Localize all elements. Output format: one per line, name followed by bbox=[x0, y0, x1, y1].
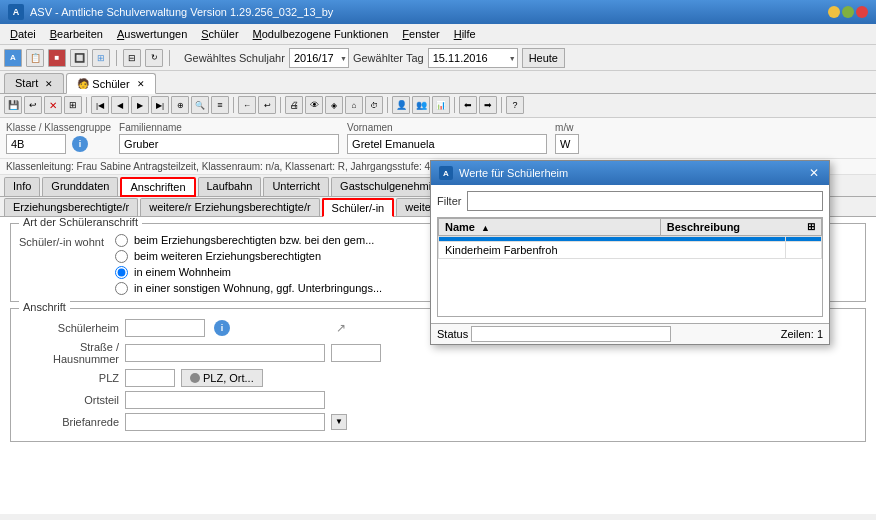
tb2-search[interactable]: 🔍 bbox=[191, 96, 209, 114]
tb2-refresh[interactable]: ⊞ bbox=[64, 96, 82, 114]
klassenleitung-text: Klassenleitung: Frau Sabine Antragsteilz… bbox=[6, 161, 430, 172]
title-text: ASV - Amtliche Schulverwaltung Version 1… bbox=[30, 6, 822, 18]
tab-start-close[interactable]: ✕ bbox=[45, 79, 53, 89]
toolbar-icon-3[interactable]: ■ bbox=[48, 49, 66, 67]
radio-sonstige: in einer sonstigen Wohnung, ggf. Unterbr… bbox=[115, 282, 382, 295]
tb2-delete[interactable]: ✕ bbox=[44, 96, 62, 114]
radio-erziehungsb-input[interactable] bbox=[115, 234, 128, 247]
schuljahr-select[interactable]: 2016/17 bbox=[289, 48, 349, 68]
strasse-input[interactable] bbox=[125, 344, 325, 362]
toolbar-secondary: 💾 ↩ ✕ ⊞ |◀ ◀ ▶ ▶| ⊕ 🔍 ≡ ← ↩ 🖨 👁 ◈ ⌂ ⏱ 👤 … bbox=[0, 94, 876, 118]
subtab-unterricht[interactable]: Unterricht bbox=[263, 177, 329, 196]
toolbar-icon-4[interactable]: 🔲 bbox=[70, 49, 88, 67]
ortsteil-row: Ortsteil bbox=[19, 391, 857, 409]
klasse-input[interactable] bbox=[6, 134, 66, 154]
minimize-btn[interactable] bbox=[828, 6, 840, 18]
heute-button[interactable]: Heute bbox=[522, 48, 565, 68]
ort-button[interactable]: PLZ, Ort... bbox=[181, 369, 263, 387]
tag-select-wrapper: 15.11.2016 bbox=[428, 48, 518, 68]
tb2-help[interactable]: ? bbox=[506, 96, 524, 114]
tb2-first[interactable]: |◀ bbox=[91, 96, 109, 114]
ortsteil-input[interactable] bbox=[125, 391, 325, 409]
briefanrede-input[interactable] bbox=[125, 413, 325, 431]
subsubtab-erzieh1-label: Erziehungsberechtigte/r bbox=[13, 201, 129, 213]
tab-schueler[interactable]: 🧑 Schüler ✕ bbox=[66, 73, 155, 94]
menu-hilfe[interactable]: Hilfe bbox=[448, 26, 482, 42]
tb2-icon-b[interactable]: ↩ bbox=[258, 96, 276, 114]
subtab-laufbahn[interactable]: Laufbahn bbox=[198, 177, 262, 196]
toolbar-icon-2[interactable]: 📋 bbox=[26, 49, 44, 67]
table-row-kinderheim[interactable]: Kinderheim Farbenfroh bbox=[439, 242, 822, 259]
row-kinderheim-beschreibung bbox=[786, 242, 822, 259]
th-settings-icon[interactable]: ⊞ bbox=[807, 221, 815, 232]
menu-modulbezogene[interactable]: Modulbezogene Funktionen bbox=[247, 26, 395, 42]
tb2-arrow-left[interactable]: ⬅ bbox=[459, 96, 477, 114]
tb2-arrow-right[interactable]: ➡ bbox=[479, 96, 497, 114]
modal-status-input[interactable] bbox=[471, 326, 671, 342]
familienname-group: Familienname bbox=[119, 122, 339, 154]
toolbar-icon-7[interactable]: ↻ bbox=[145, 49, 163, 67]
radio-wohnheim-input[interactable] bbox=[115, 266, 128, 279]
schuelerheim-label: Schülerheim bbox=[19, 322, 119, 334]
tb2-icon-a[interactable]: ← bbox=[238, 96, 256, 114]
tab-schueler-label: Schüler bbox=[92, 78, 129, 90]
menu-bearbeiten[interactable]: Bearbeiten bbox=[44, 26, 109, 42]
klasse-label: Klasse / Klassengruppe bbox=[6, 122, 111, 133]
klasse-group: Klasse / Klassengruppe i bbox=[6, 122, 111, 154]
modal-filter-input[interactable] bbox=[467, 191, 823, 211]
tb2-last[interactable]: ▶| bbox=[151, 96, 169, 114]
tb2-user2[interactable]: 👥 bbox=[412, 96, 430, 114]
modal-close-button[interactable]: ✕ bbox=[807, 166, 821, 180]
tb2-user1[interactable]: 👤 bbox=[392, 96, 410, 114]
radio-sonstige-input[interactable] bbox=[115, 282, 128, 295]
briefanrede-dropdown[interactable]: ▼ bbox=[331, 414, 347, 430]
tb2-icon-e[interactable]: ⏱ bbox=[365, 96, 383, 114]
tb2-print[interactable]: 🖨 bbox=[285, 96, 303, 114]
subsubtab-schueler[interactable]: Schüler/-in bbox=[322, 198, 395, 217]
subtab-anschriften[interactable]: Anschriften bbox=[120, 177, 195, 197]
tb2-filter[interactable]: ≡ bbox=[211, 96, 229, 114]
schuelerheim-info-icon[interactable]: i bbox=[214, 320, 230, 336]
subtab-grunddaten[interactable]: Grunddaten bbox=[42, 177, 118, 196]
subsubtab-erzieh1[interactable]: Erziehungsberechtigte/r bbox=[4, 198, 138, 216]
tag-select[interactable]: 15.11.2016 bbox=[428, 48, 518, 68]
tb2-icon-d[interactable]: ⌂ bbox=[345, 96, 363, 114]
tb2-add[interactable]: ⊕ bbox=[171, 96, 189, 114]
tb2-icon-c[interactable]: ◈ bbox=[325, 96, 343, 114]
tb2-undo[interactable]: ↩ bbox=[24, 96, 42, 114]
modal-table-body: Kinderheim Farbenfroh bbox=[438, 236, 822, 316]
art-legend: Art der Schüleranschrift bbox=[19, 217, 142, 228]
col-name-header[interactable]: Name ▲ bbox=[439, 219, 661, 236]
tb2-icon-f[interactable]: 📊 bbox=[432, 96, 450, 114]
tb2-next[interactable]: ▶ bbox=[131, 96, 149, 114]
subtab-info[interactable]: Info bbox=[4, 177, 40, 196]
toolbar-icon-6[interactable]: ⊟ bbox=[123, 49, 141, 67]
subsubtab-erzieh2[interactable]: weitere/r Erziehungsberechtigte/r bbox=[140, 198, 319, 216]
plz-input[interactable] bbox=[125, 369, 175, 387]
tb2-eye[interactable]: 👁 bbox=[305, 96, 323, 114]
col-beschreibung-header: Beschreibung ⊞ bbox=[660, 219, 821, 236]
vornamen-input[interactable] bbox=[347, 134, 547, 154]
tb2-prev[interactable]: ◀ bbox=[111, 96, 129, 114]
modal-data-table: Kinderheim Farbenfroh bbox=[438, 236, 822, 259]
menu-auswertungen[interactable]: Auswertungen bbox=[111, 26, 193, 42]
radio-weiteren-input[interactable] bbox=[115, 250, 128, 263]
tab-schueler-close[interactable]: ✕ bbox=[137, 79, 145, 89]
schuelerheim-input[interactable] bbox=[125, 319, 205, 337]
sep3 bbox=[86, 97, 87, 113]
toolbar-icon-1[interactable]: A bbox=[4, 49, 22, 67]
tb2-save[interactable]: 💾 bbox=[4, 96, 22, 114]
tab-start[interactable]: Start ✕ bbox=[4, 73, 64, 93]
close-btn[interactable] bbox=[856, 6, 868, 18]
main-tabs: Start ✕ 🧑 Schüler ✕ bbox=[0, 71, 876, 94]
toolbar-icon-5[interactable]: ⊞ bbox=[92, 49, 110, 67]
klasse-info-icon[interactable]: i bbox=[72, 136, 88, 152]
maximize-btn[interactable] bbox=[842, 6, 854, 18]
hausnummer-input[interactable] bbox=[331, 344, 381, 362]
subtab-unterricht-label: Unterricht bbox=[272, 180, 320, 192]
familienname-input[interactable] bbox=[119, 134, 339, 154]
mw-input[interactable] bbox=[555, 134, 579, 154]
menu-schueler[interactable]: Schüler bbox=[195, 26, 244, 42]
menu-fenster[interactable]: Fenster bbox=[396, 26, 445, 42]
menu-datei[interactable]: Datei bbox=[4, 26, 42, 42]
